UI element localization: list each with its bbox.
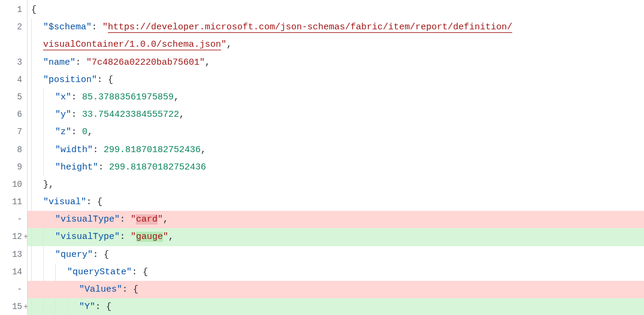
code-line: "visual": { [28,193,644,211]
line-number: 2 [0,19,27,36]
code-line: { [28,1,644,19]
line-number: 5 [0,89,27,106]
line-number: 11 [0,193,27,211]
code-line: "z": 0, [28,123,644,141]
code-line-deletion: "Values": { [28,281,644,298]
code-line: "y": 33.754423384555722, [28,106,644,123]
line-number: 14 [0,263,27,281]
code-line: "height": 299.81870182752436 [28,159,644,176]
code-line: "queryState": { [28,263,644,281]
line-number-addition: 12+ [0,228,27,246]
line-number: 3 [0,54,27,71]
code-content[interactable]: { "$schema": "https://developer.microsof… [27,0,644,315]
code-line: }, [28,176,644,193]
code-line: visualContainer/1.0.0/schema.json", [28,36,644,53]
code-line: "width": 299.81870182752436, [28,141,644,159]
code-line-deletion: "visualType": "card", [28,211,644,228]
line-number: 13 [0,246,27,263]
line-number-addition: 15+ [0,298,27,315]
code-line: "position": { [28,71,644,89]
line-number: 8 [0,141,27,159]
line-number: 6 [0,106,27,123]
code-line-addition: "visualType": "gauge", [28,228,644,246]
line-number: 7 [0,123,27,141]
code-line: "query": { [28,246,644,263]
line-number: 9 [0,159,27,176]
line-number-gutter: 1 2 3 4 5 6 7 8 9 10 11 - 12+ 13 14 - 15… [0,0,27,315]
code-line: "x": 85.37883561975859, [28,89,644,106]
line-number-deletion: - [0,281,27,298]
code-editor[interactable]: 1 2 3 4 5 6 7 8 9 10 11 - 12+ 13 14 - 15… [0,0,644,315]
code-line-addition: "Y": { [28,298,644,315]
code-line: "name": "7c4826a02220bab75601", [28,54,644,71]
line-number-deletion: - [0,211,27,228]
line-number [0,36,27,53]
line-number: 1 [0,1,27,19]
line-number: 10 [0,176,27,193]
code-line: "$schema": "https://developer.microsoft.… [28,19,644,36]
line-number: 4 [0,71,27,89]
